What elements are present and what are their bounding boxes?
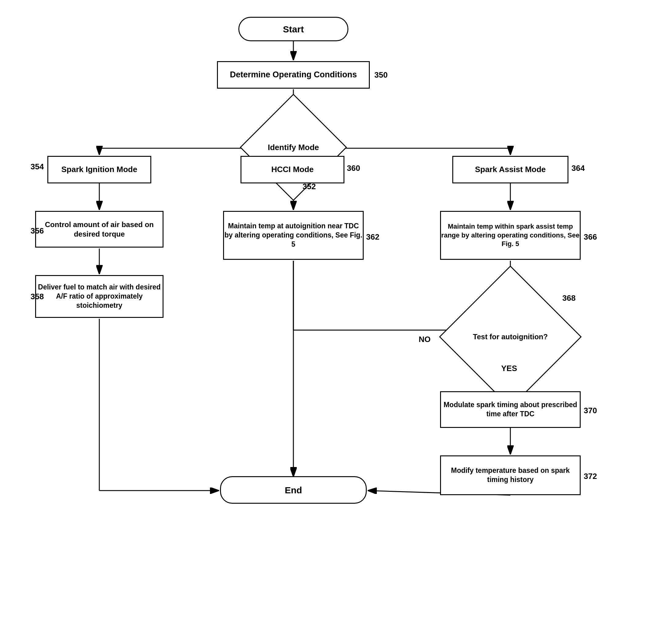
- label-368: 368: [562, 293, 575, 303]
- label-358: 358: [31, 292, 44, 301]
- determine-operating-conditions-node: Determine Operating Conditions: [217, 61, 370, 89]
- label-360: 360: [347, 164, 360, 173]
- label-352: 352: [303, 182, 316, 191]
- label-370: 370: [584, 406, 597, 415]
- label-no: NO: [419, 335, 431, 344]
- spark-assist-mode-node: Spark Assist Mode: [452, 156, 568, 183]
- label-354: 354: [31, 162, 44, 171]
- maintain-temp-sa-node: Maintain temp within spark assist temp r…: [440, 211, 581, 260]
- hcci-mode-node: HCCI Mode: [241, 156, 344, 183]
- modulate-spark-node: Modulate spark timing about prescribed t…: [440, 391, 581, 428]
- maintain-temp-hcci-node: Maintain temp at autoignition near TDC b…: [223, 211, 364, 260]
- modify-temp-node: Modify temperature based on spark timing…: [440, 455, 581, 495]
- label-yes: YES: [501, 364, 517, 373]
- label-362: 362: [366, 232, 379, 242]
- end-node: End: [220, 476, 367, 504]
- flowchart-diagram: Start Determine Operating Conditions Ide…: [0, 0, 665, 644]
- spark-ignition-mode-node: Spark Ignition Mode: [48, 156, 151, 183]
- label-350: 350: [374, 70, 387, 80]
- label-366: 366: [584, 232, 597, 242]
- start-node: Start: [239, 17, 348, 41]
- deliver-fuel-node: Deliver fuel to match air with desired A…: [35, 275, 164, 318]
- label-372: 372: [584, 472, 597, 481]
- label-364: 364: [571, 164, 585, 173]
- control-air-node: Control amount of air based on desired t…: [35, 211, 164, 248]
- label-356: 356: [31, 226, 44, 236]
